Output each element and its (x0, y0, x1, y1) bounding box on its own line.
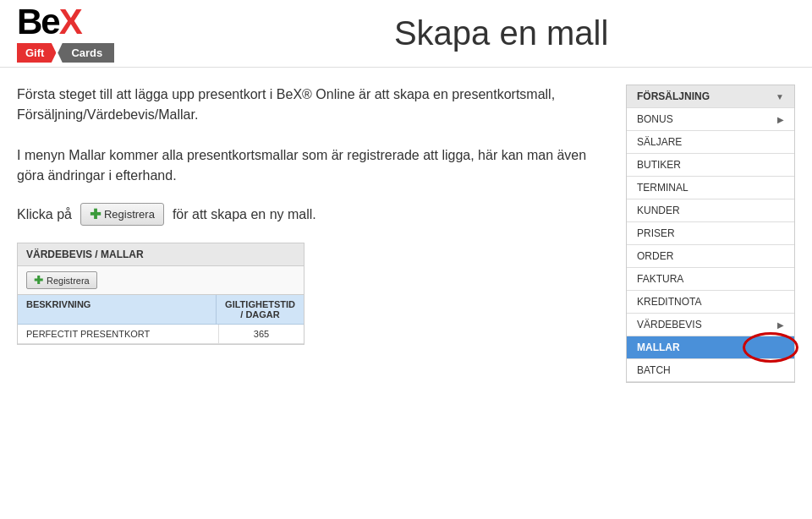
logo-area: BeX Gift Cards (17, 4, 114, 63)
table-col-giltighetstid: GILTIGHETSTID / DAGAR (217, 295, 304, 324)
screenshot-table-header: BESKRIVNING GILTIGHETSTID / DAGAR (18, 295, 304, 325)
sidebar-item-label: TERMINAL (637, 182, 689, 194)
sidebar-item-mallar[interactable]: MALLAR (627, 336, 794, 359)
sidebar-item-label: BUTIKER (637, 159, 681, 171)
table-col-beskrivning: BESKRIVNING (18, 295, 217, 324)
sidebar-item-terminal[interactable]: TERMINAL (627, 177, 794, 199)
click-instruction: Klicka på ✚ Registrera för att skapa en … (17, 203, 601, 226)
sidebar-item-saljare[interactable]: SÄLJARE (627, 131, 794, 154)
sidebar-item-faktura[interactable]: FAKTURA (627, 268, 794, 291)
sidebar-item-label: FAKTURA (637, 273, 683, 285)
page-title: Skapa en mall (207, 14, 795, 52)
table-cell-name: PERFECTIT PRESENTKORT (18, 325, 219, 343)
main-content: Första steget till att lägga upp present… (0, 68, 812, 383)
click-label-after: för att skapa en ny mall. (173, 207, 316, 222)
sidebar-item-bonus[interactable]: BONUS ▶ (627, 108, 794, 131)
logo-x: X (59, 2, 81, 41)
register-button-inline[interactable]: ✚ Registrera (80, 203, 164, 226)
screenshot-header: VÄRDEBEVIS / MALLAR (18, 243, 304, 266)
sidebar-item-label: ORDER (637, 250, 673, 262)
breadcrumb-cards[interactable]: Cards (58, 43, 114, 63)
table-cell-days: 365 (219, 325, 304, 343)
arrow-icon: ▶ (777, 115, 784, 124)
logo: BeX (17, 4, 114, 40)
screenshot-preview: VÄRDEBEVIS / MALLAR ✚ Registrera BESKRIV… (17, 243, 304, 345)
screenshot-toolbar: ✚ Registrera (18, 266, 304, 295)
arrow-icon: ▼ (776, 92, 784, 101)
sidebar-item-butiker[interactable]: BUTIKER (627, 154, 794, 177)
screenshot-register-button[interactable]: ✚ Registrera (26, 271, 97, 289)
body-text: I menyn Mallar kommer alla presentkortsm… (17, 145, 601, 186)
register-btn-inline-label: Registrera (104, 208, 155, 221)
sidebar-item-batch[interactable]: BATCH (627, 359, 794, 382)
breadcrumb-gift[interactable]: Gift (17, 43, 56, 63)
sidebar-item-label: FÖRSÄLJNING (637, 90, 710, 102)
sidebar-item-priser[interactable]: PRISER (627, 222, 794, 245)
sidebar-item-kunder[interactable]: KUNDER (627, 199, 794, 222)
sidebar-item-label: BONUS (637, 113, 673, 125)
sidebar-item-label: MALLAR (637, 341, 680, 353)
sidebar-item-vardebevis[interactable]: VÄRDEBEVIS ▶ (627, 314, 794, 336)
screenshot-plus-icon: ✚ (34, 274, 43, 287)
screenshot-register-label: Registrera (47, 276, 90, 286)
breadcrumb: Gift Cards (17, 43, 114, 63)
intro-text: Första steget till att lägga upp present… (17, 85, 601, 125)
plus-icon: ✚ (90, 206, 101, 222)
sidebar-item-label: PRISER (637, 227, 675, 239)
header: BeX Gift Cards Skapa en mall (0, 0, 812, 68)
sidebar-item-order[interactable]: ORDER (627, 245, 794, 268)
arrow-icon: ▶ (777, 320, 784, 330)
sidebar-item-kreditnota[interactable]: KREDITNOTA (627, 291, 794, 314)
logo-be: Be (17, 2, 59, 41)
sidebar-item-label: KUNDER (637, 205, 680, 216)
sidebar-item-forsaljning[interactable]: FÖRSÄLJNING ▼ (627, 85, 794, 108)
sidebar-item-label: BATCH (637, 364, 671, 376)
right-sidebar-menu: FÖRSÄLJNING ▼ BONUS ▶ SÄLJARE BUTIKER TE… (626, 85, 795, 383)
sidebar-item-label: VÄRDEBEVIS (637, 319, 702, 331)
sidebar-item-label: SÄLJARE (637, 136, 682, 148)
table-row: PERFECTIT PRESENTKORT 365 (18, 325, 304, 344)
sidebar-item-label: KREDITNOTA (637, 296, 701, 308)
click-label-before: Klicka på (17, 207, 72, 222)
left-content: Första steget till att lägga upp present… (17, 85, 601, 383)
